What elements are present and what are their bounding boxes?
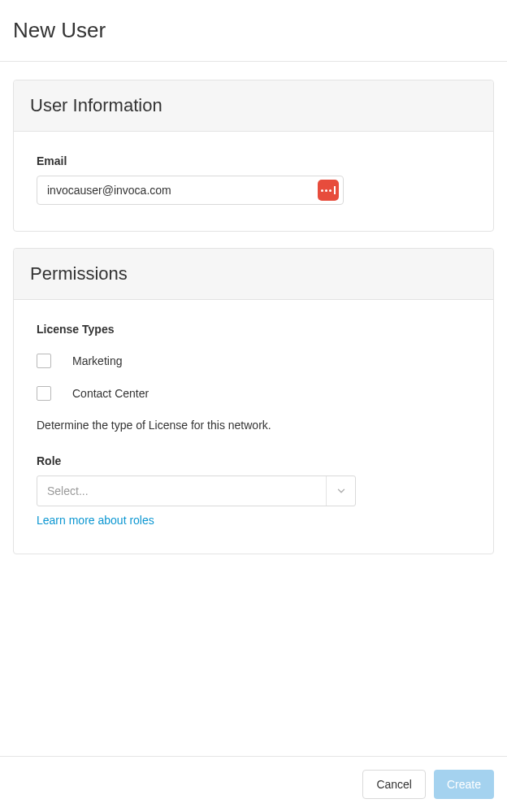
cancel-button[interactable]: Cancel [362,770,426,799]
license-types-label: License Types [37,323,470,336]
content-area: User Information Email Permissions Licen… [0,62,507,554]
role-select-wrap: Select... [37,475,356,506]
password-manager-icon[interactable] [318,180,339,201]
page-header: New User [0,0,507,62]
role-select[interactable]: Select... [37,475,356,506]
email-input-wrap [37,176,344,205]
user-information-title: User Information [30,95,477,116]
learn-more-roles-link[interactable]: Learn more about roles [37,514,154,527]
role-label: Role [37,454,470,467]
contact-center-checkbox[interactable] [37,386,51,401]
chevron-down-icon [326,476,355,506]
page-title: New User [13,18,494,43]
user-information-panel: User Information Email [13,80,494,232]
user-information-body: Email [14,132,493,231]
permissions-body: License Types Marketing Contact Center D… [14,300,493,554]
email-field[interactable] [37,176,344,205]
license-option-contact-center: Contact Center [37,386,470,401]
user-information-panel-header: User Information [14,80,493,132]
license-option-marketing: Marketing [37,354,470,368]
permissions-panel-header: Permissions [14,249,493,300]
role-select-placeholder: Select... [37,484,326,497]
permissions-title: Permissions [30,263,477,284]
email-label: Email [37,154,470,167]
marketing-checkbox[interactable] [37,354,51,368]
contact-center-checkbox-label: Contact Center [72,387,149,400]
permissions-panel: Permissions License Types Marketing Cont… [13,248,494,554]
footer: Cancel Create [0,756,507,812]
license-help-text: Determine the type of License for this n… [37,419,470,432]
marketing-checkbox-label: Marketing [72,354,122,367]
create-button[interactable]: Create [434,770,494,799]
